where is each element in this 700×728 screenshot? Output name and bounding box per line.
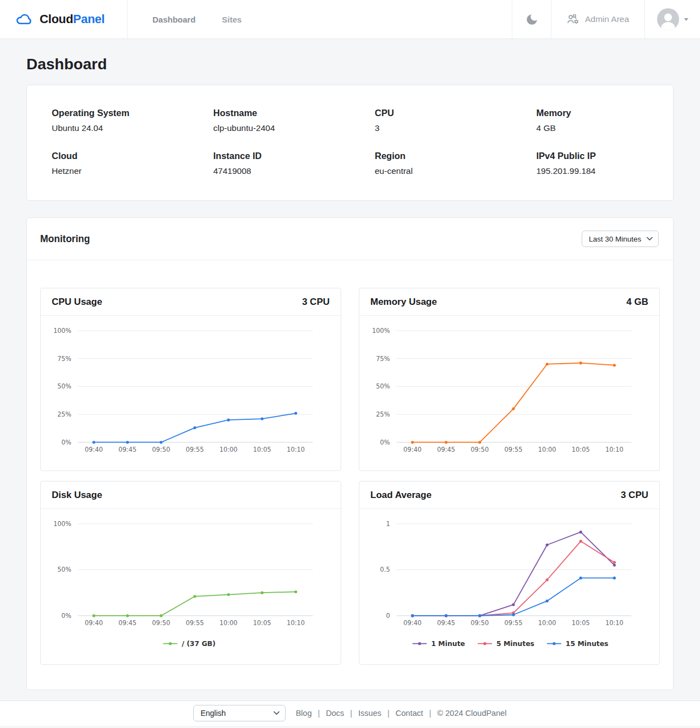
svg-text:1: 1: [386, 520, 390, 528]
footer-link-blog[interactable]: Blog: [296, 709, 311, 718]
svg-text:0.5: 0.5: [380, 566, 390, 574]
svg-text:09:50: 09:50: [471, 619, 489, 627]
chart-badge: 4 GB: [626, 297, 648, 308]
cpu-usage-chart: 0%25%50%75%100%09:4009:4509:5009:5510:00…: [41, 316, 341, 470]
info-field-instance-id: Instance ID47419008: [189, 151, 351, 176]
svg-text:09:50: 09:50: [152, 446, 170, 453]
svg-text:10:10: 10:10: [605, 446, 624, 453]
chart-card-cpu-usage: CPU Usage3 CPU0%25%50%75%100%09:4009:450…: [40, 288, 341, 471]
chart-header: Load Average3 CPU: [359, 481, 659, 509]
svg-text:50%: 50%: [57, 566, 72, 574]
admin-area-label: Admin Area: [585, 14, 629, 24]
info-field-memory: Memory4 GB: [512, 108, 674, 133]
time-range-select-wrap: Last 30 Minutes: [582, 231, 659, 247]
language-select[interactable]: English: [193, 705, 286, 721]
info-label: Hostname: [214, 108, 351, 118]
main-nav: Dashboard Sites: [152, 0, 242, 39]
chart-body: 0%25%50%75%100%09:4009:4509:5009:5510:00…: [41, 316, 341, 470]
separator: |: [350, 709, 352, 718]
info-label: Instance ID: [214, 151, 351, 161]
disk-usage-chart: 0%50%100%09:4009:4509:5009:5510:0010:051…: [41, 509, 341, 664]
svg-text:09:50: 09:50: [152, 619, 170, 627]
app-footer: English Blog|Docs|Issues|Contact|© 2024 …: [0, 700, 700, 726]
info-value: 195.201.99.184: [537, 166, 674, 176]
monitoring-header: Monitoring Last 30 Minutes: [27, 218, 673, 260]
nav-sites[interactable]: Sites: [222, 15, 242, 24]
brand-logo[interactable]: CloudPanel: [0, 0, 128, 39]
svg-text:100%: 100%: [53, 327, 72, 335]
chart-title: Memory Usage: [370, 297, 437, 308]
svg-text:09:55: 09:55: [185, 619, 204, 627]
info-field-operating-system: Operating SystemUbuntu 24.04: [27, 108, 189, 133]
info-label: CPU: [375, 108, 512, 118]
chart-header: CPU Usage3 CPU: [41, 288, 341, 316]
svg-text:09:55: 09:55: [504, 619, 522, 627]
svg-text:09:45: 09:45: [437, 619, 455, 627]
svg-text:1 Minute: 1 Minute: [431, 640, 465, 648]
svg-text:10:10: 10:10: [605, 619, 624, 627]
svg-text:0: 0: [386, 612, 390, 620]
info-field-cloud: CloudHetzner: [27, 151, 189, 176]
user-menu[interactable]: [644, 0, 700, 39]
svg-text:100%: 100%: [53, 520, 72, 528]
page-title: Dashboard: [26, 56, 674, 73]
svg-text:09:40: 09:40: [403, 446, 422, 453]
separator: |: [429, 709, 431, 718]
svg-text:0%: 0%: [62, 612, 72, 620]
chart-header: Disk Usage: [41, 481, 341, 509]
svg-text:/ (37 GB): / (37 GB): [182, 640, 216, 648]
info-field-ipv4-public-ip: IPv4 Public IP195.201.99.184: [512, 151, 674, 176]
info-label: Cloud: [52, 151, 189, 161]
header-actions: Admin Area: [512, 0, 700, 39]
info-value: 3: [375, 123, 512, 133]
caret-down-icon: [684, 18, 688, 21]
load-average-chart: 00.5109:4009:4509:5009:5510:0010:0510:10…: [359, 509, 659, 664]
chart-badge: 3 CPU: [302, 297, 330, 308]
svg-text:10:00: 10:00: [220, 619, 238, 627]
svg-text:09:55: 09:55: [504, 446, 522, 453]
cloud-logo-icon: [14, 11, 34, 28]
svg-text:09:55: 09:55: [185, 446, 204, 453]
svg-text:09:40: 09:40: [403, 619, 422, 627]
info-value: clp-ubuntu-2404: [214, 123, 351, 133]
info-label: Operating System: [52, 108, 189, 118]
svg-text:09:45: 09:45: [118, 619, 136, 627]
charts-grid: CPU Usage3 CPU0%25%50%75%100%09:4009:450…: [27, 260, 673, 689]
chart-header: Memory Usage4 GB: [359, 288, 659, 316]
admin-area-button[interactable]: Admin Area: [551, 0, 644, 39]
chart-title: Disk Usage: [52, 490, 102, 501]
time-range-select[interactable]: Last 30 Minutes: [582, 231, 659, 247]
svg-text:09:40: 09:40: [85, 619, 103, 627]
info-value: eu-central: [375, 166, 512, 176]
nav-dashboard[interactable]: Dashboard: [152, 15, 195, 24]
svg-text:100%: 100%: [372, 327, 390, 335]
dark-mode-toggle[interactable]: [512, 0, 551, 39]
svg-text:50%: 50%: [57, 382, 72, 390]
chart-card-load-average: Load Average3 CPU00.5109:4009:4509:5009:…: [359, 481, 660, 664]
info-value: 4 GB: [537, 123, 674, 133]
svg-text:09:45: 09:45: [118, 446, 136, 453]
svg-text:75%: 75%: [57, 355, 72, 363]
footer-links: Blog|Docs|Issues|Contact|© 2024 CloudPan…: [296, 709, 506, 718]
svg-text:10:00: 10:00: [220, 446, 238, 453]
system-info-card: Operating SystemUbuntu 24.04Hostnameclp-…: [26, 85, 674, 201]
separator: |: [318, 709, 320, 718]
monitoring-card: Monitoring Last 30 Minutes CPU Usage3 CP…: [26, 217, 674, 690]
language-select-wrap: English: [193, 705, 286, 721]
svg-text:10:05: 10:05: [572, 619, 590, 627]
svg-text:10:05: 10:05: [253, 619, 271, 627]
svg-text:75%: 75%: [376, 355, 390, 363]
svg-text:10:05: 10:05: [572, 446, 590, 453]
footer-link-docs[interactable]: Docs: [326, 709, 344, 718]
svg-text:09:40: 09:40: [85, 446, 103, 453]
chart-body: 0%50%100%09:4009:4509:5009:5510:0010:051…: [41, 509, 341, 664]
brand-name: CloudPanel: [40, 12, 105, 26]
info-field-region: Regioneu-central: [350, 151, 512, 176]
footer-link-issues[interactable]: Issues: [358, 709, 381, 718]
chart-card-disk-usage: Disk Usage0%50%100%09:4009:4509:5009:551…: [40, 481, 341, 664]
avatar: [657, 8, 679, 30]
chart-title: CPU Usage: [52, 297, 102, 308]
chart-body: 00.5109:4009:4509:5009:5510:0010:0510:10…: [359, 509, 659, 664]
footer-link-contact[interactable]: Contact: [396, 709, 423, 718]
svg-text:0%: 0%: [62, 439, 72, 446]
